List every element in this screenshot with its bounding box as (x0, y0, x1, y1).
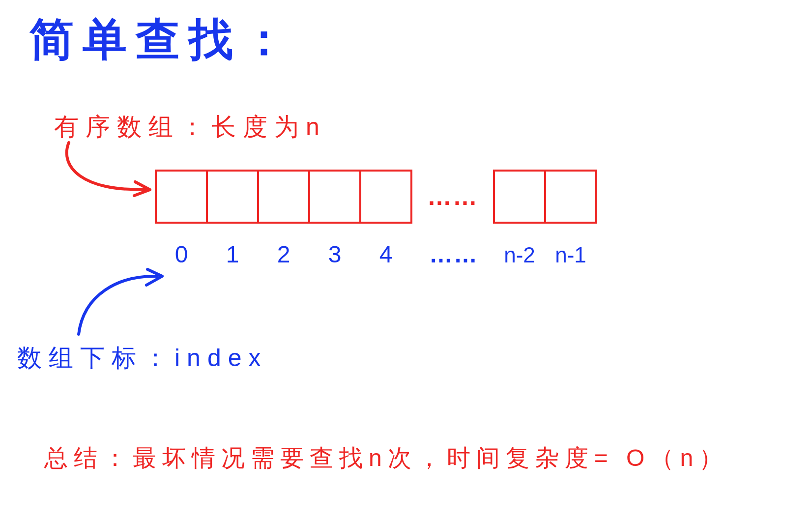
array-cell (359, 170, 412, 224)
array-cell (544, 170, 597, 224)
index-value: 0 (155, 241, 208, 268)
index-label: 数组下标：index (17, 342, 268, 375)
array-cell (206, 170, 259, 224)
index-ellipsis: …… (427, 241, 480, 268)
arrow-to-indices (69, 265, 177, 339)
array-ellipsis: …… (427, 182, 478, 211)
array-cell (155, 170, 208, 224)
index-value: n-1 (544, 243, 597, 267)
index-value: 3 (308, 241, 361, 268)
array-cell (308, 170, 361, 224)
array-label: 有序数组：长度为n (54, 111, 326, 144)
index-value: 4 (359, 241, 412, 268)
summary-text: 总结：最坏情况需要查找n次，时间复杂度= O（n） (44, 442, 728, 474)
index-value: 2 (257, 241, 310, 268)
index-row: 0 1 2 3 4 …… n-2 n-1 (155, 241, 597, 268)
index-value: n-2 (493, 243, 546, 267)
array-cell-group-right (493, 170, 597, 224)
array-cell (257, 170, 310, 224)
diagram-title: 简单查找： (29, 10, 295, 70)
array-cell (493, 170, 546, 224)
arrow-to-array (54, 138, 162, 206)
array-cell-group-left (155, 170, 412, 224)
index-value: 1 (206, 241, 259, 268)
array-cells: …… (155, 170, 597, 224)
